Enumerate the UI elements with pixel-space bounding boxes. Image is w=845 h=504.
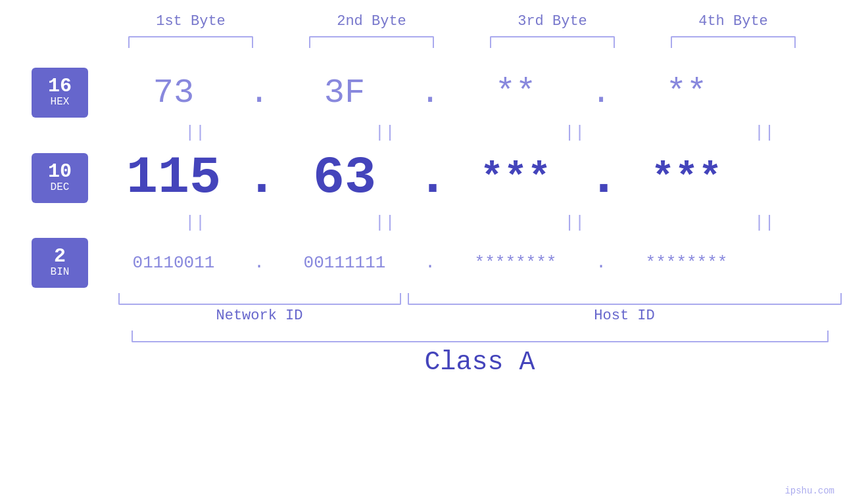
main-container: 1st Byte 2nd Byte 3rd Byte 4th Byte 16 H… <box>0 0 845 504</box>
dec-byte-3: *** <box>443 156 588 200</box>
outer-bracket <box>132 331 829 342</box>
bin-badge: 2 BIN <box>32 238 88 288</box>
network-id-label: Network ID <box>118 308 401 324</box>
watermark: ipshu.com <box>785 486 834 496</box>
bracket-4 <box>671 36 796 48</box>
hex-badge: 16 HEX <box>32 68 88 118</box>
dec-byte-2: 63 <box>272 148 417 208</box>
hex-dot-2: . <box>417 74 443 112</box>
host-id-label: Host ID <box>408 308 842 324</box>
host-bracket <box>408 293 842 305</box>
bin-byte-1: 01110011 <box>101 253 246 273</box>
bracket-3 <box>490 36 615 48</box>
dec-byte-1: 115 <box>101 148 246 208</box>
bin-byte-4: ******** <box>614 253 759 273</box>
dec-byte-4: *** <box>614 156 759 200</box>
eq2-4: || <box>692 213 836 233</box>
bin-byte-2: 00111111 <box>272 253 417 273</box>
eq-2: || <box>312 123 457 143</box>
eq2-3: || <box>502 213 647 233</box>
eq-3: || <box>502 123 647 143</box>
equals-row-1: || || || || <box>118 118 842 148</box>
hex-dot-1: . <box>246 74 272 112</box>
top-brackets <box>101 36 824 48</box>
dec-values: 115 . 63 . *** . *** <box>101 148 845 208</box>
dec-dot-3: . <box>588 148 614 208</box>
bin-dot-2: . <box>417 253 443 273</box>
bin-row: 2 BIN 01110011 . 00111111 . ******** . *… <box>0 238 845 288</box>
hex-dot-3: . <box>588 74 614 112</box>
eq2-1: || <box>123 213 268 233</box>
hex-byte-3: ** <box>443 74 588 112</box>
dec-num: 10 <box>48 162 72 181</box>
bin-dot-3: . <box>588 253 614 273</box>
bracket-1 <box>128 36 253 48</box>
dec-badge: 10 DEC <box>32 153 88 203</box>
hex-byte-2: 3F <box>272 74 417 112</box>
dec-name: DEC <box>51 181 70 194</box>
hex-name: HEX <box>51 96 70 108</box>
byte-headers: 1st Byte 2nd Byte 3rd Byte 4th Byte <box>101 13 824 30</box>
dec-dot-2: . <box>417 148 443 208</box>
hex-values: 73 . 3F . ** . ** <box>101 74 845 112</box>
eq-1: || <box>123 123 268 143</box>
byte-label-4: 4th Byte <box>661 13 806 30</box>
eq2-2: || <box>312 213 457 233</box>
dec-row: 10 DEC 115 . 63 . *** . *** <box>0 148 845 208</box>
bin-num: 2 <box>54 246 66 266</box>
byte-label-1: 1st Byte <box>118 13 263 30</box>
equals-row-2: || || || || <box>118 208 842 238</box>
byte-label-2: 2nd Byte <box>299 13 444 30</box>
hex-row: 16 HEX 73 . 3F . ** . ** <box>0 68 845 118</box>
network-bracket <box>118 293 401 305</box>
hex-byte-1: 73 <box>101 74 246 112</box>
eq-4: || <box>692 123 836 143</box>
bin-values: 01110011 . 00111111 . ******** . *******… <box>101 253 845 273</box>
id-labels: Network ID Host ID <box>118 308 842 324</box>
bracket-2 <box>309 36 434 48</box>
bin-byte-3: ******** <box>443 253 588 273</box>
class-label: Class A <box>132 348 829 377</box>
hex-num: 16 <box>48 76 72 96</box>
byte-label-3: 3rd Byte <box>480 13 625 30</box>
bottom-brackets <box>118 293 842 305</box>
dec-dot-1: . <box>246 148 272 208</box>
hex-byte-4: ** <box>614 74 759 112</box>
bin-name: BIN <box>51 266 70 279</box>
bin-dot-1: . <box>246 253 272 273</box>
